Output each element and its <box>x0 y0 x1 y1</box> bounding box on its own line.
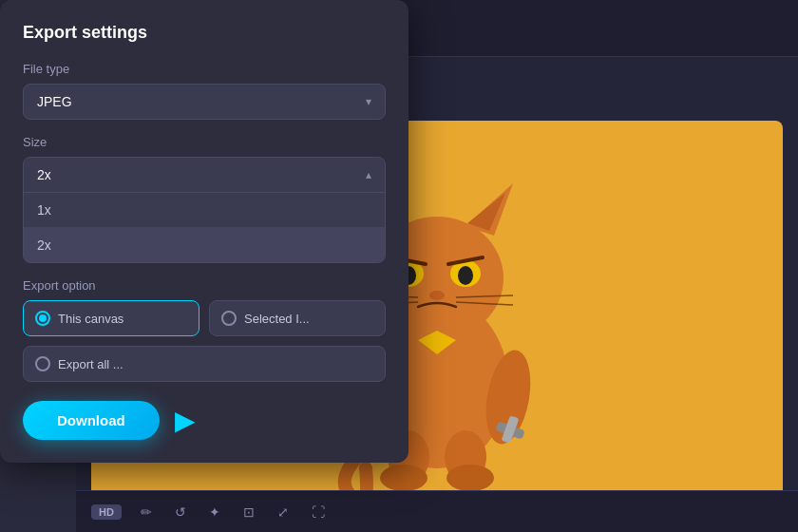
svg-point-27 <box>446 465 494 491</box>
size-selected-row[interactable]: 2x ▴ <box>24 158 385 193</box>
svg-point-9 <box>458 266 473 285</box>
size-chevron-up-icon: ▴ <box>366 168 371 181</box>
download-button[interactable]: Download <box>23 401 160 440</box>
radio-this-canvas[interactable]: This canvas <box>23 300 200 336</box>
resize-icon[interactable]: ⤢ <box>274 501 293 523</box>
svg-point-12 <box>429 291 445 300</box>
radio-selected[interactable]: Selected I... <box>209 300 386 336</box>
export-option-section: Export option This canvas Selected I... … <box>23 278 386 382</box>
file-type-label: File type <box>23 62 386 76</box>
refresh-icon[interactable]: ↺ <box>171 501 190 523</box>
file-type-chevron-down-icon: ▾ <box>366 95 371 108</box>
radio-export-all-circle <box>35 356 50 371</box>
hd-badge[interactable]: HD <box>91 504 122 520</box>
radio-selected-circle <box>221 311 237 326</box>
size-option-1x[interactable]: 1x <box>24 193 385 228</box>
radio-this-canvas-label: This canvas <box>58 312 124 326</box>
bottom-toolbar: HD ✏ ↺ ✦ ⊡ ⤢ ⛶ <box>76 490 798 532</box>
radio-this-canvas-circle <box>35 311 50 326</box>
size-dropdown[interactable]: 2x ▴ 1x 2x <box>23 157 386 263</box>
size-section: Size 2x ▴ 1x 2x <box>23 135 386 263</box>
file-type-value: JPEG <box>37 94 72 109</box>
radio-export-all[interactable]: Export all ... <box>23 346 386 382</box>
pencil-icon[interactable]: ✏ <box>137 501 156 523</box>
radio-export-all-label: Export all ... <box>58 357 124 371</box>
radio-row: This canvas Selected I... <box>23 300 386 336</box>
download-area: Download ▶ <box>23 401 386 440</box>
svg-point-26 <box>380 465 428 491</box>
expand-icon[interactable]: ⛶ <box>308 501 329 523</box>
size-option-2x[interactable]: 2x <box>24 228 385 262</box>
size-label: Size <box>23 135 386 149</box>
download-label: Download <box>57 412 125 428</box>
export-panel: Export settings File type JPEG ▾ Size 2x… <box>0 0 408 463</box>
cursor-arrow-icon: ▶ <box>175 405 196 436</box>
radio-selected-label: Selected I... <box>244 312 310 326</box>
panel-title: Export settings <box>23 23 386 43</box>
file-type-select[interactable]: JPEG ▾ <box>23 84 386 120</box>
star-icon[interactable]: ✦ <box>205 501 224 523</box>
size-current-value: 2x <box>37 167 51 182</box>
frame-icon[interactable]: ⊡ <box>239 501 258 523</box>
export-option-label: Export option <box>23 278 386 293</box>
